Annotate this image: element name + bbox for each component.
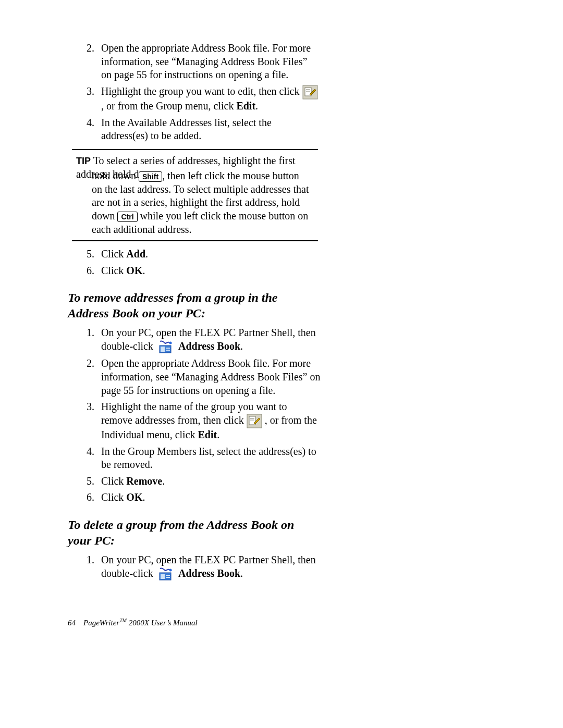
trademark-symbol: TM bbox=[119, 618, 127, 623]
document-page: 2. Open the appropriate Address Book fil… bbox=[0, 0, 563, 659]
ctrl-key-icon: Ctrl bbox=[117, 212, 137, 222]
list-item: 1. On your PC, open the FLEX PC Partner … bbox=[87, 326, 469, 354]
list-number: 4. bbox=[87, 445, 101, 472]
address-book-icon bbox=[158, 567, 174, 581]
ordered-list-remove-addresses: 1. On your PC, open the FLEX PC Partner … bbox=[87, 326, 469, 504]
address-book-icon bbox=[158, 340, 174, 354]
list-text: In the Group Members list, select the ad… bbox=[101, 445, 320, 472]
list-number: 6. bbox=[87, 264, 101, 278]
list-text: Click OK. bbox=[101, 264, 145, 278]
list-item: 3. Highlight the name of the group you w… bbox=[87, 400, 469, 442]
list-text: Highlight the name of the group you want… bbox=[101, 400, 320, 442]
tip-label: TIP bbox=[76, 156, 91, 166]
list-item: 2. Open the appropriate Address Book fil… bbox=[87, 357, 469, 397]
list-text: Open the appropriate Address Book file. … bbox=[101, 357, 331, 397]
shift-key-icon: Shift bbox=[139, 171, 162, 182]
list-number: 5. bbox=[87, 475, 101, 488]
list-number: 4. bbox=[87, 116, 101, 143]
list-text: Click Add. bbox=[101, 248, 148, 261]
list-number: 3. bbox=[87, 85, 101, 113]
section-heading-delete-group: To delete a group from the Address Book … bbox=[68, 517, 313, 548]
edit-icon bbox=[247, 414, 262, 428]
list-number: 1. bbox=[87, 553, 101, 581]
list-number: 2. bbox=[87, 42, 101, 82]
tip-box: TIP To select a series of addresses, hig… bbox=[72, 149, 318, 241]
section-heading-remove-addresses: To remove addresses from a group in the … bbox=[68, 290, 313, 321]
page-footer: 64 PageWriterTM 2000X User’s Manual bbox=[68, 618, 469, 628]
list-text: Click Remove. bbox=[101, 475, 165, 488]
page-number: 64 bbox=[68, 619, 76, 627]
list-text: On your PC, open the FLEX PC Partner She… bbox=[101, 553, 320, 581]
list-number: 3. bbox=[87, 400, 101, 442]
list-text: Click OK. bbox=[101, 491, 145, 504]
ordered-list-delete-group: 1. On your PC, open the FLEX PC Partner … bbox=[87, 553, 469, 581]
footer-rest: 2000X User’s Manual bbox=[127, 619, 198, 627]
list-item: 2. Open the appropriate Address Book fil… bbox=[87, 42, 469, 82]
list-item: 6. Click OK. bbox=[87, 264, 469, 278]
list-item: 4. In the Group Members list, select the… bbox=[87, 445, 469, 472]
edit-icon bbox=[302, 85, 318, 100]
list-item: 6. Click OK. bbox=[87, 491, 469, 504]
list-number: 6. bbox=[87, 491, 101, 504]
list-text: Open the appropriate Address Book file. … bbox=[101, 42, 320, 82]
list-text: Highlight the group you want to edit, th… bbox=[101, 85, 320, 113]
list-item: 3. Highlight the group you want to edit,… bbox=[87, 85, 469, 113]
list-number: 1. bbox=[87, 326, 101, 354]
list-number: 2. bbox=[87, 357, 101, 397]
footer-title: PageWriter bbox=[83, 619, 119, 627]
ordered-list-add-addresses: 2. Open the appropriate Address Book fil… bbox=[87, 42, 469, 143]
list-item: 5. Click Remove. bbox=[87, 475, 469, 488]
list-number: 5. bbox=[87, 248, 101, 261]
list-text: On your PC, open the FLEX PC Partner She… bbox=[101, 326, 320, 354]
ordered-list-add-addresses-cont: 5. Click Add. 6. Click OK. bbox=[87, 248, 469, 277]
list-item: 4. In the Available Addresses list, sele… bbox=[87, 116, 469, 143]
list-item: 1. On your PC, open the FLEX PC Partner … bbox=[87, 553, 469, 581]
list-item: 5. Click Add. bbox=[87, 248, 469, 261]
list-text: In the Available Addresses list, select … bbox=[101, 116, 320, 143]
